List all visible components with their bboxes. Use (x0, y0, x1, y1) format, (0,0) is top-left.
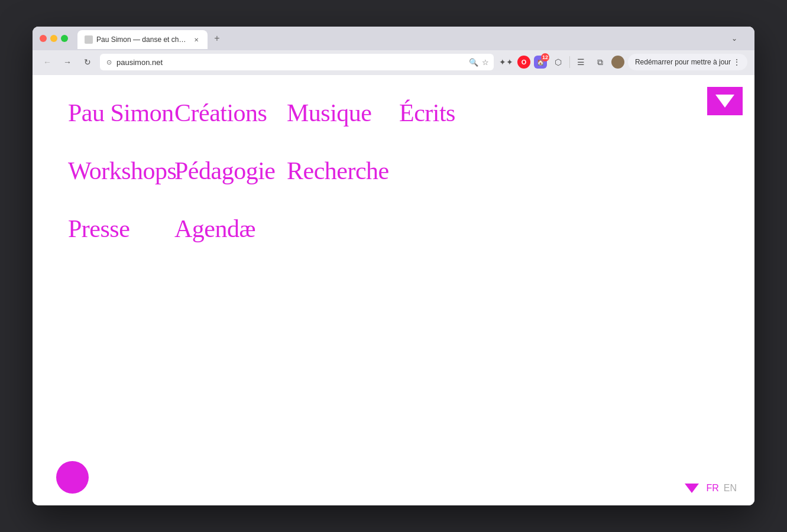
address-bar: ← → ↻ ⊙ pausimon.net 🔍 ☆ ✦✦ O 🏠 12 ⬡ (33, 50, 754, 75)
back-button[interactable]: ← (40, 54, 55, 70)
reload-button[interactable]: ↻ (80, 54, 95, 70)
close-button[interactable] (40, 35, 47, 42)
title-bar: Pau Simon — danse et chorés ✕ + ⌄ (33, 27, 754, 50)
traffic-lights (40, 35, 68, 42)
url-text: pausimon.net (116, 58, 465, 67)
nav-item-recherche[interactable]: Recherche (287, 157, 399, 185)
nav-item-pau-simon[interactable]: Pau Simon (68, 99, 174, 127)
nav-item-pedagogie[interactable]: Pédagogie (174, 157, 287, 185)
main-navigation: Pau Simon Créations Musique Écrits Works… (33, 75, 754, 267)
lang-triangle-icon[interactable] (685, 484, 699, 493)
url-bar[interactable]: ⊙ pausimon.net 🔍 ☆ (100, 54, 494, 70)
browser-chrome: Pau Simon — danse et chorés ✕ + ⌄ ← → ↻ … (33, 27, 754, 75)
website-content: Pau Simon Créations Musique Écrits Works… (33, 75, 754, 505)
wallet-icon[interactable]: 🏠 12 (534, 56, 547, 69)
menu-toggle-triangle-icon (715, 95, 734, 108)
bookmark-icon[interactable]: ☆ (482, 58, 489, 67)
language-switcher: FR EN (685, 483, 737, 494)
nav-item-musique[interactable]: Musique (287, 99, 399, 127)
active-tab[interactable]: Pau Simon — danse et chorés ✕ (77, 30, 208, 49)
nav-item-presse[interactable]: Presse (68, 215, 174, 243)
security-icon: ⊙ (105, 58, 113, 66)
tab-bar: Pau Simon — danse et chorés ✕ + ⌄ (73, 28, 747, 49)
opera-icon[interactable]: O (517, 56, 530, 69)
maximize-button[interactable] (61, 35, 68, 42)
nav-item-workshops[interactable]: Workshops (68, 157, 174, 185)
tab-close-button[interactable]: ✕ (192, 35, 200, 44)
url-icons: 🔍 ☆ (469, 58, 489, 67)
zoom-icon[interactable]: 🔍 (469, 58, 478, 67)
forward-button[interactable]: → (60, 54, 75, 70)
bottom-circle-button[interactable] (56, 461, 89, 494)
badge-count: 12 (541, 53, 549, 61)
lang-fr-button[interactable]: FR (706, 483, 718, 494)
toolbar-icons: ✦✦ O 🏠 12 ⬡ ☰ ⧉ Redémarrer pour mettre à… (498, 54, 747, 70)
extensions-puzzle-icon[interactable]: ⬡ (550, 54, 566, 70)
tab-list-icon[interactable]: ☰ (574, 54, 589, 70)
nav-item-creations[interactable]: Créations (174, 99, 287, 127)
split-view-icon[interactable]: ⧉ (592, 54, 608, 70)
update-button[interactable]: Redémarrer pour mettre à jour ⋮ (628, 54, 747, 70)
nav-item-ecrits[interactable]: Écrits (399, 99, 511, 127)
menu-toggle-button[interactable] (707, 87, 743, 115)
nav-item-agendae[interactable]: Agendæ (174, 215, 287, 243)
lang-options: FR EN (706, 483, 737, 494)
tab-expand-button[interactable]: ⌄ (726, 30, 743, 47)
lang-en-button[interactable]: EN (724, 483, 737, 494)
toolbar-divider (569, 56, 570, 68)
tab-favicon (85, 35, 93, 44)
new-tab-button[interactable]: + (209, 30, 225, 47)
browser-window: Pau Simon — danse et chorés ✕ + ⌄ ← → ↻ … (33, 27, 754, 505)
tab-title: Pau Simon — danse et chorés (96, 35, 189, 44)
user-avatar[interactable] (611, 56, 624, 69)
minimize-button[interactable] (50, 35, 57, 42)
extensions-icon[interactable]: ✦✦ (498, 54, 514, 70)
